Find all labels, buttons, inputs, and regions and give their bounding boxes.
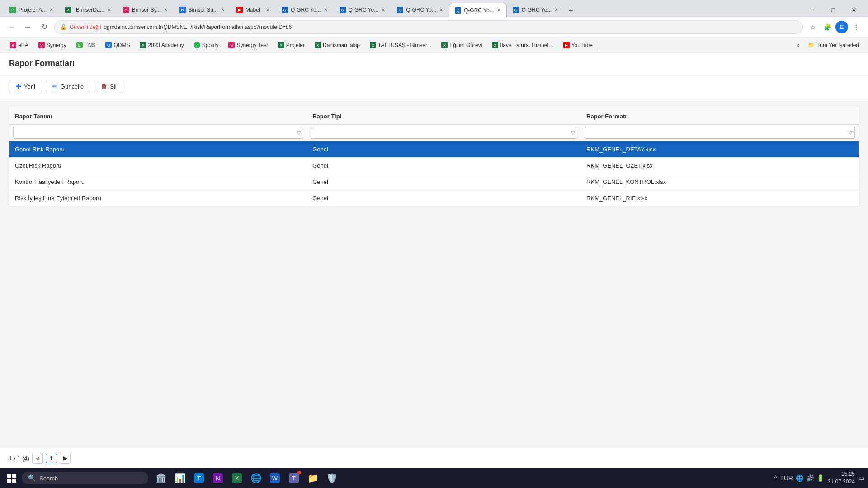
taskbar-item-app2[interactable]: 📊 xyxy=(171,469,189,487)
table-row[interactable]: Genel Risk Raporu Genel RKM_GENEL_DETAY.… xyxy=(9,141,859,158)
address-actions: ☆ 🧩 E ⋮ xyxy=(807,21,863,33)
update-button[interactable]: ✏ Güncelle xyxy=(46,80,90,93)
tab-close-7[interactable]: ✕ xyxy=(381,7,385,13)
taskbar-item-excel[interactable]: X xyxy=(228,469,246,487)
extensions-button[interactable]: 🧩 xyxy=(821,21,834,33)
bookmarks-more-button[interactable]: » xyxy=(793,40,803,50)
tab-qgrc-7[interactable]: Q Q-GRC Yo... ✕ xyxy=(334,3,392,17)
taskbar-item-chrome[interactable]: 🌐 xyxy=(247,469,265,487)
new-icon: ✚ xyxy=(16,83,21,90)
prev-page-button[interactable]: ◀ xyxy=(32,453,43,464)
bookmark-synergy[interactable]: S Synergy xyxy=(34,40,71,50)
bookmark-youtube[interactable]: ▶ YouTube xyxy=(559,40,597,50)
new-button[interactable]: ✚ Yeni xyxy=(9,80,42,93)
tray-chevron[interactable]: ^ xyxy=(774,474,778,482)
taskbar-item-onenote[interactable]: N xyxy=(209,469,227,487)
bookmark-synergy-test[interactable]: S Synergy Test xyxy=(224,40,272,50)
refresh-button[interactable]: ↻ xyxy=(38,21,51,33)
bookmark-qdms[interactable]: Q QDMS xyxy=(101,40,134,50)
maximize-button[interactable]: □ xyxy=(823,3,844,17)
bookmark-icon-spotify: ♫ xyxy=(194,42,200,48)
tab-qgrc-9-active[interactable]: Q Q-GRC Yo... ✕ xyxy=(449,3,507,17)
taskbar-item-fileexplorer[interactable]: 🏛️ xyxy=(152,469,170,487)
taskbar-item-app3[interactable]: T xyxy=(190,469,208,487)
tab-close-5[interactable]: ✕ xyxy=(266,7,270,13)
bookmark-danisman[interactable]: X DanismanTakip xyxy=(310,40,364,50)
bookmark-star-button[interactable]: ☆ xyxy=(807,21,819,33)
start-button[interactable] xyxy=(4,470,20,486)
next-page-button[interactable]: ▶ xyxy=(60,453,71,464)
fileexplorer-icon: 🏛️ xyxy=(156,473,166,483)
filter-input-rapor-tipi[interactable] xyxy=(311,127,577,139)
settings-menu-button[interactable]: ⋮ xyxy=(850,21,863,33)
minimize-button[interactable]: − xyxy=(802,3,823,17)
delete-button[interactable]: 🗑 Sil xyxy=(94,80,123,93)
taskbar-items: 🏛️ 📊 T N X 🌐 W T 📁 🛡️ xyxy=(152,469,341,487)
bookmark-academy[interactable]: X 2023 Academy xyxy=(135,40,188,50)
table-row[interactable]: Kontrol Faaliyetleri Raporu Genel RKM_GE… xyxy=(9,174,859,190)
tab-close-3[interactable]: ✕ xyxy=(164,7,168,13)
table-row[interactable]: Risk İyileştirme Eylemleri Raporu Genel … xyxy=(9,190,859,206)
filter-input-rapor-tanimi[interactable] xyxy=(13,127,303,139)
table-body: Genel Risk Raporu Genel RKM_GENEL_DETAY.… xyxy=(9,141,859,206)
tab-qgrc-10[interactable]: Q Q-GRC Yo... ✕ xyxy=(507,3,565,17)
bookmark-spotify[interactable]: ♫ Spotify xyxy=(189,40,223,50)
tab-bimser-su[interactable]: B Bimser Su... ✕ xyxy=(174,3,231,17)
tab-close-4[interactable]: ✕ xyxy=(221,7,225,13)
col-label-rapor-tipi: Rapor Tipi xyxy=(312,113,341,120)
close-button[interactable]: ✕ xyxy=(844,3,864,17)
bookmark-eba[interactable]: e eBA xyxy=(5,40,33,50)
security-icon: 🔓 xyxy=(60,24,67,30)
bookmark-ilave[interactable]: X İlave Fatura. Hizmet... xyxy=(487,40,557,50)
tab-close-8[interactable]: ✕ xyxy=(439,7,443,13)
new-tab-button[interactable]: + xyxy=(564,5,577,17)
bookmark-all-folder[interactable]: 📁 Tüm Yer İşaretleri xyxy=(804,40,863,50)
back-button[interactable]: ← xyxy=(5,21,18,33)
speaker-icon[interactable]: 🔊 xyxy=(806,474,814,482)
bookmark-projeler[interactable]: X Projeler xyxy=(274,40,309,50)
page-title: Rapor Formatları xyxy=(9,59,859,68)
bookmark-icon-ens: E xyxy=(76,42,83,48)
tab-close-1[interactable]: ✕ xyxy=(49,7,53,13)
forward-button[interactable]: → xyxy=(22,21,34,33)
profile-menu-button[interactable]: E xyxy=(835,21,848,33)
tab-label-4: Bimser Su... xyxy=(189,7,218,13)
tab-favicon-8: Q xyxy=(397,7,403,13)
filter-cell-2: ▽ xyxy=(311,127,577,139)
filter-input-rapor-formati[interactable] xyxy=(585,127,855,139)
time-date-display[interactable]: 15:25 31.07.2024 xyxy=(828,470,855,486)
tab-label-7: Q-GRC Yo... xyxy=(349,7,379,13)
cell-tipi-1: Genel xyxy=(307,141,581,158)
tab-qgrc-8[interactable]: Q Q-GRC Yo... ✕ xyxy=(391,3,449,17)
tab-bimserda[interactable]: X -BimserDa... ✕ xyxy=(59,3,117,17)
tab-close-10[interactable]: ✕ xyxy=(554,7,558,13)
show-desktop-button[interactable]: ▭ xyxy=(859,474,864,482)
table-header-row: Rapor Tanımı Rapor Tipi Rapor Formatı xyxy=(9,108,859,125)
address-bar-input[interactable]: 🔓 Güvenli değil qgrcdemo.bimser.com.tr/Q… xyxy=(54,20,803,34)
tab-close-2[interactable]: ✕ xyxy=(107,7,111,13)
filter-funnel-icon-2: ▽ xyxy=(571,130,575,136)
search-icon: 🔍 xyxy=(28,474,36,482)
tab-close-6[interactable]: ✕ xyxy=(324,7,328,13)
table-row[interactable]: Özet Risk Raporu Genel RKM_GENEL_OZET.xl… xyxy=(9,158,859,174)
address-url: qgrcdemo.bimser.com.tr/QDMSNET/Risk/Rapo… xyxy=(104,24,292,30)
bookmark-tusas[interactable]: X TAİ TUSAŞ - Bimser... xyxy=(365,40,436,50)
taskbar-item-security[interactable]: 🛡️ xyxy=(323,469,341,487)
tab-projeler[interactable]: P Projeler A... ✕ xyxy=(4,3,59,17)
bookmark-egitim[interactable]: X Eğitim Görevi xyxy=(437,40,486,50)
notification-badge xyxy=(297,471,301,474)
app2-icon: 📊 xyxy=(175,473,185,483)
tab-close-9[interactable]: ✕ xyxy=(497,7,501,13)
bookmark-icon-synergy: S xyxy=(38,42,45,48)
bookmark-ens[interactable]: E ENS xyxy=(72,40,100,50)
taskbar-item-word[interactable]: W xyxy=(266,469,284,487)
taskbar-search[interactable]: 🔍 Search xyxy=(22,472,148,484)
tab-label-5: Mabel xyxy=(245,7,260,13)
tab-favicon-3: S xyxy=(123,7,129,13)
taskbar-item-teams[interactable]: T xyxy=(285,469,303,487)
tab-bimser-sy[interactable]: S Bimser Sy... ✕ xyxy=(117,3,174,17)
taskbar-item-folder[interactable]: 📁 xyxy=(304,469,322,487)
profile-avatar[interactable]: E xyxy=(835,21,848,33)
tab-qgrc-6[interactable]: Q Q-GRC Yo... ✕ xyxy=(276,3,334,17)
tab-mabel[interactable]: ▶ Mabel ✕ xyxy=(231,3,276,17)
